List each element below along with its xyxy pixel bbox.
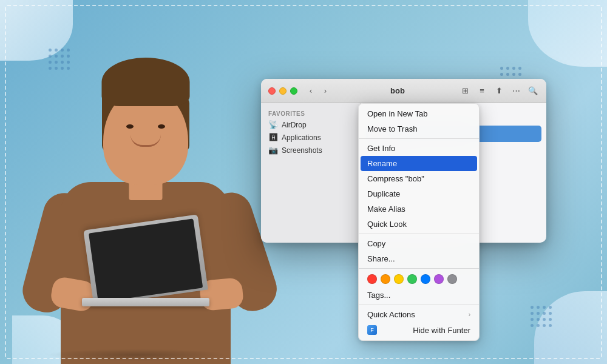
view-toggle-icon[interactable]: ⊞ [459, 86, 471, 96]
menu-label-move-to-trash: Move to Trash [367, 124, 417, 133]
menu-label-compress: Compress "bob" [367, 174, 424, 183]
more-options-icon[interactable]: ⋯ [510, 86, 522, 96]
share-icon[interactable]: ⬆ [493, 86, 505, 96]
color-dot-gray[interactable] [447, 274, 457, 284]
screenshots-icon: 📷 [268, 146, 278, 155]
color-dot-orange[interactable] [381, 274, 390, 284]
menu-label-open-new-tab: Open in New Tab [367, 109, 428, 118]
airdrop-icon: 📡 [268, 120, 278, 129]
menu-item-compress[interactable]: Compress "bob" [359, 171, 479, 186]
finder-window-title: bob [336, 86, 459, 95]
menu-item-move-to-trash[interactable]: Move to Trash [359, 121, 479, 136]
menu-separator-2 [359, 234, 479, 234]
airdrop-label: AirDrop [282, 121, 307, 129]
menu-label-quick-actions: Quick Actions [367, 310, 415, 319]
back-button[interactable]: ‹ [305, 86, 317, 96]
sidebar-item-applications[interactable]: 🅰 Applications [261, 131, 361, 144]
color-dot-yellow[interactable] [394, 274, 404, 284]
applications-icon: 🅰 [268, 133, 278, 142]
applications-label: Applications [282, 133, 321, 142]
close-button[interactable] [268, 87, 276, 95]
menu-label-hide-with-funter: Hide with Funter [413, 326, 470, 335]
favorites-section-title: Favorites [261, 108, 361, 118]
sidebar-item-screenshots[interactable]: 📷 Screenshots [261, 144, 361, 157]
color-tags-row [359, 271, 479, 288]
eye-right [158, 124, 165, 129]
color-dot-blue[interactable] [421, 274, 430, 284]
menu-item-quick-actions[interactable]: Quick Actions › [359, 307, 479, 322]
laptop-base [82, 298, 209, 306]
menu-label-quick-look: Quick Look [367, 220, 407, 229]
menu-separator-4 [359, 305, 479, 305]
person-shadow [46, 349, 228, 361]
search-icon[interactable]: 🔍 [527, 86, 539, 96]
forward-button[interactable]: › [319, 86, 331, 96]
menu-label-tags: Tags... [367, 291, 390, 300]
menu-item-open-new-tab[interactable]: Open in New Tab [359, 106, 479, 121]
laptop-lid [83, 214, 208, 305]
menu-label-make-alias: Make Alias [367, 204, 405, 214]
menu-label-rename: Rename [367, 159, 397, 168]
menu-item-rename[interactable]: Rename [361, 156, 477, 171]
sidebar-item-airdrop[interactable]: 📡 AirDrop [261, 118, 361, 131]
menu-label-share: Share... [367, 254, 395, 263]
color-dot-purple[interactable] [434, 274, 444, 284]
menu-separator-3 [359, 268, 479, 269]
menu-item-get-info[interactable]: Get Info [359, 141, 479, 156]
laptop-screen [89, 218, 203, 302]
menu-label-get-info: Get Info [367, 144, 395, 153]
color-dot-green[interactable] [407, 274, 417, 284]
menu-item-tags[interactable]: Tags... [359, 288, 479, 303]
screenshots-label: Screenshots [282, 146, 322, 155]
menu-item-share[interactable]: Share... [359, 251, 479, 266]
menu-item-hide-with-funter[interactable]: FHide with Funter [359, 322, 479, 338]
traffic-lights [268, 87, 297, 95]
eye-left [126, 124, 134, 129]
person-illustration [18, 18, 273, 364]
finder-nav: ‹ › [305, 86, 331, 96]
color-dot-red[interactable] [367, 274, 377, 284]
menu-label-copy: Copy [367, 239, 385, 248]
maximize-button[interactable] [290, 87, 297, 95]
menu-label-duplicate: Duplicate [367, 189, 400, 198]
quick-actions-chevron-icon: › [469, 311, 470, 318]
menu-item-make-alias[interactable]: Make Alias [359, 201, 479, 217]
menu-item-copy[interactable]: Copy [359, 236, 479, 251]
finder-titlebar: ‹ › bob ⊞ ≡ ⬆ ⋯ 🔍 [261, 79, 546, 103]
menu-separator-1 [359, 138, 479, 139]
minimize-button[interactable] [279, 87, 287, 95]
menu-item-duplicate[interactable]: Duplicate [359, 186, 479, 201]
context-menu: Open in New Tab Move to Trash Get Info R… [358, 103, 480, 341]
hair [102, 58, 190, 106]
finder-toolbar-icons: ⊞ ≡ ⬆ ⋯ 🔍 [459, 86, 539, 96]
funter-icon: F [367, 325, 377, 335]
view-options-icon[interactable]: ≡ [476, 86, 488, 96]
finder-sidebar: Favorites 📡 AirDrop 🅰 Applications 📷 Scr… [261, 103, 361, 243]
dots-decoration-br [531, 306, 552, 328]
menu-item-quick-look[interactable]: Quick Look [359, 217, 479, 232]
